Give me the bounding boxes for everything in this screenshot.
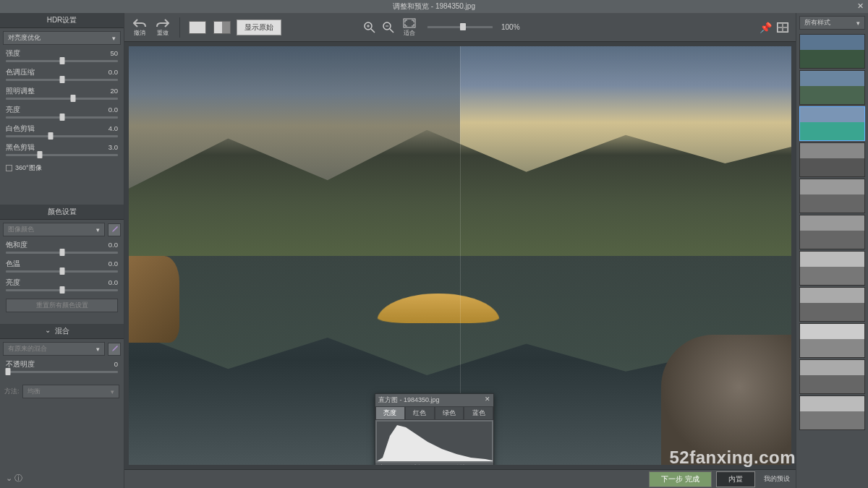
histogram-title: 直方图 - 1984350.jpg (378, 395, 440, 405)
sidebar-left: HDR设置 对亮度优化 强度50 色调压缩0.0 照明调整20 亮度0.0 白色… (0, 13, 124, 488)
brightness-slider[interactable] (6, 116, 118, 119)
preset-thumb[interactable]: ☆平白艺术 (799, 323, 865, 358)
eyedropper-icon[interactable] (108, 223, 121, 236)
hdr-preset-dropdown[interactable]: 对亮度优化 (3, 31, 121, 45)
preset-thumb[interactable]: ☆平衡 (799, 34, 865, 69)
help-icon[interactable]: ⌄ ⓘ (0, 468, 124, 488)
internal-button[interactable]: 内置 (716, 471, 755, 487)
hist-tab-green[interactable]: 绿色 (435, 406, 464, 420)
tonal-slider[interactable] (6, 79, 118, 81)
undo-button[interactable]: 撤消 (130, 17, 149, 38)
zoom-percentage: 100% (501, 23, 520, 31)
histogram-stats: 水平: 155 计数: 3140 百分比: 90.82 (375, 463, 493, 465)
hist-tab-red[interactable]: 红色 (405, 406, 435, 420)
reset-color-button[interactable]: 重置所有颜色设置 (6, 299, 118, 312)
sidebar-right: 所有样式 ☆平衡☆平衡☆平衡☆平衡☆平衡☆平衡☆平白艺术☆平白艺术☆平白艺术☆平… (796, 13, 868, 488)
hist-tab-blue[interactable]: 蓝色 (464, 406, 493, 420)
intensity-slider[interactable] (6, 60, 118, 62)
preset-thumb[interactable]: ☆平衡 (799, 215, 865, 249)
main-area: 撤消 重做 显示原始 适合 100% 📌 (124, 13, 796, 488)
show-original-button[interactable]: 显示原始 (237, 20, 281, 35)
slider-label: 强度 (6, 49, 20, 59)
checkbox-icon[interactable] (6, 165, 12, 171)
histogram-graph (377, 421, 492, 461)
my-presets-link[interactable]: 我的预设 (764, 474, 790, 484)
method-label: 方法: (4, 387, 20, 396)
temperature-slider[interactable] (6, 270, 118, 273)
preset-thumb[interactable]: ☆平衡 (799, 106, 865, 141)
method-dropdown[interactable]: 均衡 (22, 385, 119, 398)
histogram-panel[interactable]: 直方图 - 1984350.jpg✕ 亮度 红色 绿色 蓝色 水平: 155 计… (375, 393, 494, 465)
preset-thumb[interactable]: ☆平白艺术 (799, 395, 865, 430)
zoom-slider[interactable] (427, 26, 493, 28)
blend-mode-dropdown[interactable]: 有原来的混合 (3, 342, 105, 356)
footer: 下一步 完成 内置 我的预设 (124, 469, 796, 488)
color-brightness-slider[interactable] (6, 289, 118, 291)
preset-thumb[interactable]: ☆平衡 (799, 179, 865, 213)
eyedropper-icon[interactable] (108, 343, 121, 356)
fit-button[interactable]: 适合 (400, 17, 419, 38)
window-title: 调整和预览 - 1984350.jpg (393, 1, 475, 12)
hdr-panel-header: HDR设置 (0, 13, 124, 28)
split-view-button[interactable] (213, 21, 231, 34)
360-checkbox-row[interactable]: 360°图像 (0, 160, 124, 176)
next-button[interactable]: 下一步 完成 (649, 471, 712, 487)
preset-thumb[interactable]: ☆平白艺术 (799, 287, 865, 322)
redo-button[interactable]: 重做 (153, 17, 172, 38)
lighting-slider[interactable] (6, 98, 118, 100)
slider-value: 50 (110, 49, 118, 59)
preset-thumb[interactable]: ☆平衡 (799, 142, 865, 177)
white-clip-slider[interactable] (6, 135, 118, 137)
opacity-slider[interactable] (6, 371, 118, 373)
hist-tab-luma[interactable]: 亮度 (375, 406, 405, 420)
pin-icon[interactable]: 📌 (758, 20, 773, 35)
grid-view-icon[interactable] (775, 20, 790, 35)
close-icon[interactable]: ✕ (485, 395, 490, 405)
zoom-out-icon[interactable] (381, 20, 396, 35)
single-view-button[interactable] (189, 21, 206, 34)
blend-panel-header: 混合 (0, 324, 124, 339)
preset-thumb[interactable]: ☆平白艺术 (799, 251, 865, 286)
preset-thumb[interactable]: ☆平白艺术 (799, 359, 865, 394)
toolbar: 撤消 重做 显示原始 适合 100% 📌 (124, 13, 796, 42)
preset-thumb[interactable]: ☆平衡 (799, 70, 865, 105)
close-icon[interactable]: ✕ (857, 1, 864, 11)
zoom-in-icon[interactable] (362, 20, 377, 35)
saturation-slider[interactable] (6, 252, 118, 254)
preset-filter-dropdown[interactable]: 所有样式 (799, 16, 865, 30)
color-mode-dropdown[interactable]: 图像颜色 (3, 223, 105, 236)
color-panel-header: 颜色设置 (0, 205, 124, 220)
titlebar: 调整和预览 - 1984350.jpg ✕ (0, 0, 868, 13)
svg-line-1 (371, 29, 375, 33)
svg-line-5 (390, 29, 393, 33)
black-clip-slider[interactable] (6, 154, 118, 156)
preview-canvas[interactable]: 直方图 - 1984350.jpg✕ 亮度 红色 绿色 蓝色 水平: 155 计… (129, 46, 791, 465)
